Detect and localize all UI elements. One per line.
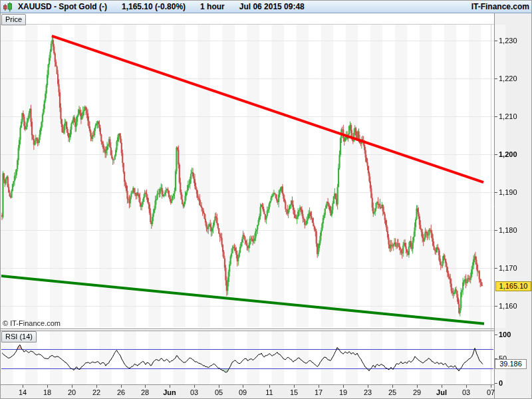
tab-price[interactable]: Price bbox=[1, 14, 26, 25]
time-axis-label: 03 bbox=[190, 388, 198, 396]
time-axis-label: 26 bbox=[117, 388, 125, 396]
last-price-label: 1,165.10 bbox=[495, 281, 531, 291]
time-axis-label: 19 bbox=[339, 388, 347, 396]
time-axis[interactable]: 141820222628Jun03050911151719232529Jul03… bbox=[1, 1, 531, 398]
time-axis-label: 03 bbox=[462, 388, 470, 396]
tab-rsi[interactable]: RSI (14) bbox=[1, 331, 37, 342]
time-axis-label: 23 bbox=[364, 388, 372, 396]
time-axis-label: 05 bbox=[215, 388, 223, 396]
time-axis-label: 11 bbox=[265, 388, 273, 396]
time-axis-label: 09 bbox=[239, 388, 247, 396]
time-axis-label: 29 bbox=[413, 388, 421, 396]
time-axis-label: 17 bbox=[315, 388, 323, 396]
time-axis-label: 22 bbox=[92, 388, 100, 396]
time-axis-label: Jul bbox=[436, 388, 447, 396]
time-axis-label: 25 bbox=[388, 388, 396, 396]
watermark: © IT-Finance.com bbox=[3, 319, 61, 327]
time-axis-label: Jun bbox=[163, 388, 176, 396]
chart-application-window: XAUUSD - Spot Gold (-) 1,165.10 (-0.80%)… bbox=[0, 0, 532, 399]
time-axis-label: 18 bbox=[43, 388, 51, 396]
time-axis-label: 15 bbox=[290, 388, 298, 396]
time-axis-label: 07 bbox=[487, 388, 495, 396]
rsi-value-label: 39.186 bbox=[495, 359, 527, 369]
time-axis-label: 14 bbox=[19, 388, 27, 396]
time-axis-label: 20 bbox=[68, 388, 76, 396]
time-axis-label: 28 bbox=[141, 388, 149, 396]
